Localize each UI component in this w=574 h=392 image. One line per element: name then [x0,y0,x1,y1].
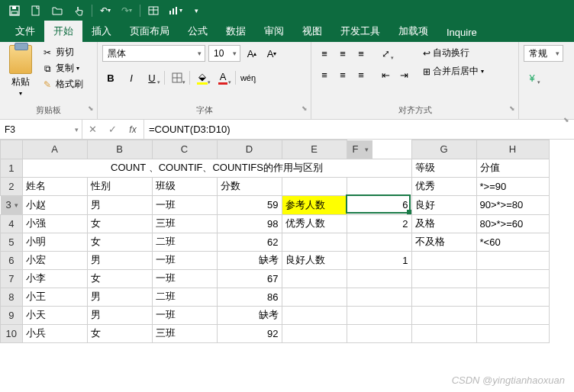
cell-active[interactable]: 6 [347,195,411,214]
cell[interactable]: 86 [217,288,282,306]
col-header[interactable]: H [476,140,549,159]
col-header[interactable]: A [22,140,87,159]
save-icon[interactable] [5,2,24,19]
row-header[interactable]: 2 [1,177,23,195]
col-header[interactable]: C [152,140,217,159]
cell[interactable]: 良好 [411,195,476,214]
cell[interactable]: COUNT 、COUNTIF、COUNTIFS的作用与区别 [22,159,411,177]
select-all-corner[interactable] [1,140,23,159]
font-size-select[interactable]: 10 [208,45,240,62]
cell[interactable]: 姓名 [22,177,87,195]
align-left-button[interactable]: ≡ [316,66,333,83]
tab-view[interactable]: 视图 [293,21,331,42]
cell[interactable]: 参考人数 [282,195,347,214]
col-header[interactable]: G [411,140,476,159]
cell[interactable] [411,324,476,342]
row-header[interactable]: 4 [1,214,23,233]
cell[interactable]: 62 [217,233,282,251]
formula-input[interactable] [144,120,574,139]
touch-mode-icon[interactable] [69,2,89,19]
cell[interactable]: 男 [87,251,152,269]
tab-data[interactable]: 数据 [217,21,255,42]
cell[interactable] [282,324,347,342]
cell[interactable] [476,288,549,306]
cell[interactable] [282,288,347,306]
cell[interactable]: 小王 [22,288,87,306]
row-header[interactable]: 5 [1,233,23,251]
cell[interactable]: 一班 [152,251,217,269]
cell[interactable] [476,306,549,324]
row-header[interactable]: 10 [1,324,23,342]
cell[interactable]: 分值 [476,159,549,177]
tab-formulas[interactable]: 公式 [179,21,217,42]
cell[interactable]: 不及格 [411,233,476,251]
cell[interactable]: *<60 [476,233,549,251]
bold-button[interactable]: B [102,69,119,86]
number-format-select[interactable]: 常规 [524,45,563,62]
tab-addins[interactable]: 加载项 [389,21,437,42]
cell[interactable]: 男 [87,195,152,214]
cell[interactable]: 优秀 [411,177,476,195]
cell[interactable]: 三班 [152,214,217,233]
cell[interactable]: 小宏 [22,251,87,269]
cell[interactable] [476,269,549,288]
orientation-button[interactable]: ⤢ [377,45,394,62]
confirm-formula-icon[interactable]: ✓ [102,124,122,135]
cell[interactable] [347,233,411,251]
cell[interactable]: 92 [217,324,282,342]
cell[interactable]: 缺考 [217,251,282,269]
tab-file[interactable]: 文件 [6,21,44,42]
cell[interactable]: 班级 [152,177,217,195]
cell[interactable]: 一班 [152,306,217,324]
decrease-font-icon[interactable]: A▾ [263,45,280,62]
cell[interactable]: 等级 [411,159,476,177]
cell[interactable]: 小天 [22,306,87,324]
increase-font-icon[interactable]: A▴ [243,45,260,62]
cell[interactable] [476,251,549,269]
align-right-button[interactable]: ≡ [353,66,369,83]
tab-review[interactable]: 审阅 [255,21,293,42]
cell[interactable] [411,306,476,324]
cell[interactable]: 男 [87,306,152,324]
cell[interactable]: 小明 [22,233,87,251]
tab-inquire[interactable]: Inquire [437,23,486,42]
merge-center-button[interactable]: ⊞合并后居中▾ [421,63,485,79]
open-file-icon[interactable] [47,2,67,19]
cell[interactable]: 三班 [152,324,217,342]
undo-icon[interactable]: ↶▾ [95,2,115,19]
name-box[interactable]: F3 [0,120,82,139]
cell[interactable] [476,324,549,342]
cell[interactable]: 1 [347,251,411,269]
cell[interactable]: 分数 [217,177,282,195]
font-color-button[interactable]: A [214,69,231,86]
row-header[interactable]: 1 [1,159,23,177]
cell[interactable]: 小赵 [22,195,87,214]
tab-page-layout[interactable]: 页面布局 [121,21,179,42]
table-icon[interactable] [144,2,163,19]
row-header[interactable]: 9 [1,306,23,324]
cell[interactable]: 小李 [22,269,87,288]
phonetic-button[interactable]: wén [240,69,256,86]
increase-indent-button[interactable]: ⇥ [395,66,412,83]
spreadsheet-grid[interactable]: A B C D E F G H 1 COUNT 、COUNTIF、COUNTIF… [0,140,574,343]
paste-button[interactable]: 粘贴 ▾ [5,45,37,97]
italic-button[interactable]: I [123,69,140,86]
cell[interactable]: 女 [87,269,152,288]
cancel-formula-icon[interactable]: ✕ [82,124,102,135]
cell[interactable] [411,288,476,306]
cell[interactable]: *>=90 [476,177,549,195]
cell[interactable]: 二班 [152,233,217,251]
cell[interactable] [347,269,411,288]
cut-button[interactable]: ✂剪切 [40,45,85,59]
cell[interactable] [282,269,347,288]
align-bottom-button[interactable]: ≡ [353,45,369,62]
cell[interactable] [347,324,411,342]
cell[interactable]: 80>*>=60 [476,214,549,233]
cell[interactable]: 男 [87,288,152,306]
tab-insert[interactable]: 插入 [82,21,121,42]
cell[interactable]: 二班 [152,288,217,306]
col-header[interactable]: D [217,140,282,159]
decrease-indent-button[interactable]: ⇤ [377,66,394,83]
cell[interactable]: 女 [87,233,152,251]
cell[interactable]: 优秀人数 [282,214,347,233]
